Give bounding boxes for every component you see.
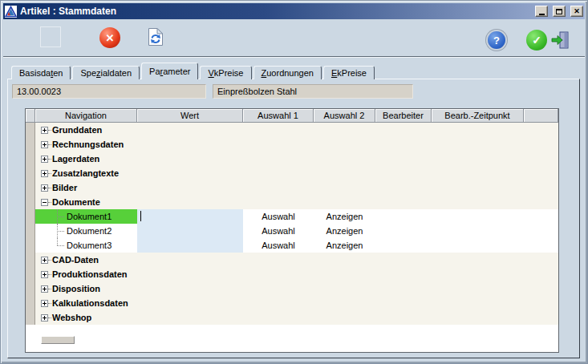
tree-row-zusatzlangtexte[interactable]: Zusatzlangtexte xyxy=(26,166,558,180)
table-header-row: Navigation Wert Auswahl 1 Auswahl 2 Bear… xyxy=(26,109,558,123)
tree-row-dokument3[interactable]: Dokument3 Auswahl Anzeigen xyxy=(26,238,558,253)
parameter-tab-panel: 13.00.0023 Einpreßbolzen Stahl Navigatio… xyxy=(7,79,580,358)
help-icon: ? xyxy=(493,34,500,47)
tab-strip: Basisdaten Spezialdaten Parameter VkPrei… xyxy=(11,63,376,79)
app-window: Artikel : Stammdaten ✕ ✕ ? ✓ xyxy=(0,0,588,364)
tree-row-kalkulationsdaten[interactable]: Kalkulationsdaten xyxy=(26,296,558,310)
expander-plus-icon[interactable] xyxy=(41,141,48,148)
window-title: Artikel : Stammdaten xyxy=(20,6,530,17)
tree-row-dokument1[interactable]: Dokument1 Auswahl Anzeigen xyxy=(26,209,558,224)
tree-row-produktionsdaten[interactable]: Produktionsdaten xyxy=(26,267,558,281)
expander-plus-icon[interactable] xyxy=(41,314,48,322)
expander-plus-icon[interactable] xyxy=(41,127,48,134)
expander-plus-icon[interactable] xyxy=(41,257,48,264)
anzeigen-cell[interactable]: Anzeigen xyxy=(314,209,375,224)
column-header-zeitpunkt[interactable]: Bearb.-Zeitpunkt xyxy=(432,109,524,123)
titlebar[interactable]: Artikel : Stammdaten ✕ xyxy=(3,3,585,19)
row-selector-header xyxy=(26,109,35,123)
minimize-icon xyxy=(539,14,545,15)
column-header-auswahl2[interactable]: Auswahl 2 xyxy=(314,109,375,123)
tab-spezialdaten[interactable]: Spezialdaten xyxy=(72,66,140,79)
auswahl-cell[interactable]: Auswahl xyxy=(243,209,314,224)
check-icon: ✓ xyxy=(532,34,541,47)
anzeigen-cell[interactable]: Anzeigen xyxy=(314,238,375,253)
tree-row-disposition[interactable]: Disposition xyxy=(26,281,558,296)
table-footer-cell xyxy=(41,336,75,344)
expander-plus-icon[interactable] xyxy=(41,184,48,192)
tab-basisdaten[interactable]: Basisdaten xyxy=(11,66,71,79)
tree-row-bilder[interactable]: Bilder xyxy=(26,180,558,195)
cancel-icon: ✕ xyxy=(106,32,115,44)
auswahl-cell[interactable]: Auswahl xyxy=(243,224,314,238)
empty-toolbar-slot xyxy=(40,26,61,47)
expander-plus-icon[interactable] xyxy=(41,170,48,177)
tab-zuordnungen[interactable]: Zuordnungen xyxy=(253,66,322,79)
expander-minus-icon[interactable] xyxy=(41,199,48,206)
exit-button[interactable] xyxy=(550,30,571,51)
column-header-wert[interactable]: Wert xyxy=(137,109,243,123)
tree-row-dokument2[interactable]: Dokument2 Auswahl Anzeigen xyxy=(26,224,558,238)
wert-cell[interactable] xyxy=(137,224,243,238)
maximize-icon xyxy=(556,9,562,14)
close-button[interactable]: ✕ xyxy=(570,6,583,17)
table-empty-area xyxy=(26,325,558,353)
tree-row-grunddaten[interactable]: Grunddaten xyxy=(26,123,558,137)
tab-ekpreise[interactable]: EkPreise xyxy=(323,66,375,79)
article-name-field[interactable]: Einpreßbolzen Stahl xyxy=(213,84,413,99)
cancel-button[interactable]: ✕ xyxy=(99,27,120,48)
expander-plus-icon[interactable] xyxy=(41,300,48,307)
wert-cell[interactable] xyxy=(137,209,243,224)
text-caret xyxy=(140,211,141,221)
expander-plus-icon[interactable] xyxy=(41,271,48,278)
tree-row-cad-daten[interactable]: CAD-Daten xyxy=(26,253,558,267)
column-header-auswahl1[interactable]: Auswahl 1 xyxy=(243,109,314,123)
tree-row-rechnungsdaten[interactable]: Rechnungsdaten xyxy=(26,137,558,152)
app-logo-icon xyxy=(5,6,17,18)
refresh-document-button[interactable] xyxy=(147,26,164,47)
refresh-document-icon xyxy=(147,26,164,47)
ok-button[interactable]: ✓ xyxy=(526,30,547,51)
column-header-bearbeiter[interactable]: Bearbeiter xyxy=(375,109,432,123)
maximize-button[interactable] xyxy=(553,6,566,17)
expander-plus-icon[interactable] xyxy=(41,156,48,163)
column-header-filler xyxy=(524,109,558,123)
expander-plus-icon[interactable] xyxy=(41,285,48,293)
parameter-tree-table: Navigation Wert Auswahl 1 Auswahl 2 Bear… xyxy=(25,108,559,353)
tree-row-dokumente[interactable]: Dokumente xyxy=(26,195,558,209)
tree-row-webshop[interactable]: Webshop xyxy=(26,310,558,325)
minimize-button[interactable] xyxy=(535,6,548,17)
auswahl-cell[interactable]: Auswahl xyxy=(243,238,314,253)
tree-row-lagerdaten[interactable]: Lagerdaten xyxy=(26,152,558,166)
tab-parameter[interactable]: Parameter xyxy=(141,63,198,79)
article-number-field[interactable]: 13.00.0023 xyxy=(12,84,206,99)
column-header-navigation[interactable]: Navigation xyxy=(35,109,137,123)
toolbar-separator xyxy=(3,56,585,58)
tab-vkpreise[interactable]: VkPreise xyxy=(200,66,251,79)
exit-door-icon xyxy=(550,30,571,51)
help-button[interactable]: ? xyxy=(488,31,505,49)
anzeigen-cell[interactable]: Anzeigen xyxy=(314,224,375,238)
toolbar: ✕ ? ✓ xyxy=(3,19,585,56)
wert-cell[interactable] xyxy=(137,238,243,253)
close-icon: ✕ xyxy=(574,7,580,15)
selected-row-highlight[interactable]: Dokument1 xyxy=(35,209,137,224)
